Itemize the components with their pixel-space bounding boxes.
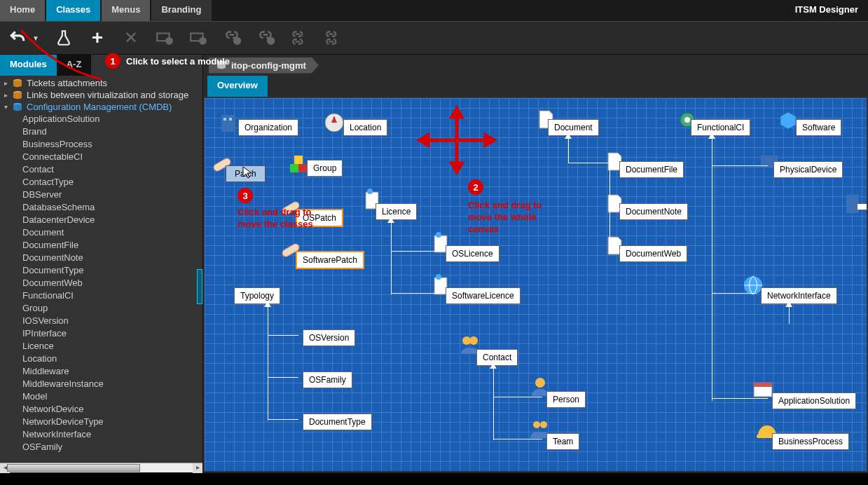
class-networkdevice[interactable]: NetworkDevice: [4, 403, 202, 416]
class-documentnote[interactable]: DocumentNote: [4, 252, 202, 264]
svg-point-35: [535, 378, 545, 388]
node-document[interactable]: Document: [548, 119, 599, 136]
hint-badge-1: 1: [105, 53, 120, 69]
node-typology[interactable]: Typology: [234, 287, 280, 304]
rect-remove-icon: ×: [189, 29, 207, 47]
node-contact[interactable]: Contact: [476, 349, 518, 366]
node-documenttype[interactable]: DocumentType: [303, 414, 372, 430]
class-contact[interactable]: Contact: [4, 163, 202, 176]
node-location[interactable]: Location: [343, 119, 387, 136]
class-ipinterface[interactable]: IPInterface: [4, 327, 202, 340]
dropdown-caret-icon[interactable]: ▼: [32, 34, 39, 42]
node-softwarepatch[interactable]: SoftwarePatch: [296, 251, 364, 269]
sidebar-resize-handle[interactable]: [197, 269, 202, 304]
side-tab-az[interactable]: A-Z: [57, 55, 92, 76]
node-applicationsolution[interactable]: ApplicationSolution: [772, 392, 856, 409]
class-osfamily[interactable]: OSFamily: [4, 441, 202, 453]
sidebar-tree[interactable]: ▸Tickets attachments ▸Links between virt…: [0, 76, 202, 463]
tab-branding[interactable]: Branding: [151, 0, 211, 21]
class-contacttype[interactable]: ContactType: [4, 176, 202, 189]
add-icon[interactable]: +: [88, 29, 106, 47]
hint-3: 3 Click and drag to move the classes: [237, 188, 322, 230]
node-documentnote[interactable]: DocumentNote: [619, 203, 688, 220]
class-databaseschema[interactable]: DatabaseSchema: [4, 201, 202, 214]
sidebar: Modules A-Z ▸Tickets attachments ▸Links …: [0, 55, 203, 472]
close-icon: ✕: [122, 29, 140, 47]
hint-text-1: Click to select a module: [126, 56, 230, 67]
class-functionalci[interactable]: FunctionalCI: [4, 289, 202, 302]
node-group[interactable]: Group: [307, 160, 343, 177]
sidebar-hscrollbar[interactable]: ◂▸: [0, 463, 202, 472]
node-licence[interactable]: Licence: [376, 203, 417, 220]
svg-rect-20: [294, 156, 303, 164]
hint-2: 2 Click and drag to move the whole canva…: [468, 179, 559, 235]
node-businessprocess[interactable]: BusinessProcess: [772, 433, 849, 450]
canvas[interactable]: Organization Location Document Functiona…: [203, 97, 868, 472]
class-networkdevicetype[interactable]: NetworkDeviceType: [4, 416, 202, 428]
node-person[interactable]: Person: [546, 391, 586, 408]
class-brand[interactable]: Brand: [4, 125, 202, 138]
node-documentfile[interactable]: DocumentFile: [619, 161, 684, 178]
svg-point-7: [268, 38, 274, 44]
module-links-virt-storage[interactable]: ▸Links between virtualization and storag…: [4, 89, 202, 101]
toolbar: ▼ + ✕ + ×: [0, 21, 868, 55]
svg-rect-19: [298, 164, 307, 172]
class-networkinterface[interactable]: NetworkInterface: [4, 428, 202, 441]
compass-icon: [322, 111, 346, 135]
class-middlewareinstance[interactable]: MiddlewareInstance: [4, 378, 202, 390]
class-group[interactable]: Group: [4, 302, 202, 315]
rect-add-icon: +: [156, 29, 174, 47]
svg-point-36: [533, 421, 540, 428]
class-document[interactable]: Document: [4, 226, 202, 239]
class-applicationsolution[interactable]: ApplicationSolution: [4, 113, 202, 125]
class-middleware[interactable]: Middleware: [4, 365, 202, 378]
svg-point-34: [469, 336, 478, 345]
node-partial[interactable]: [857, 203, 868, 210]
class-documentweb[interactable]: DocumentWeb: [4, 277, 202, 289]
class-businessprocess[interactable]: BusinessProcess: [4, 138, 202, 151]
svg-point-37: [540, 421, 547, 428]
links-remove-icon: [324, 29, 342, 47]
svg-text:+: +: [167, 39, 171, 45]
node-networkinterface[interactable]: NetworkInterface: [761, 287, 837, 304]
class-dbserver[interactable]: DBServer: [4, 189, 202, 201]
class-licence[interactable]: Licence: [4, 340, 202, 353]
module-cmdb[interactable]: ▾Configuration Management (CMDB): [4, 101, 202, 113]
node-organization[interactable]: Organization: [238, 119, 298, 136]
svg-rect-12: [221, 115, 235, 132]
svg-text:×: ×: [201, 39, 204, 45]
module-tickets-attachments[interactable]: ▸Tickets attachments: [4, 77, 202, 89]
tab-home[interactable]: Home: [0, 0, 45, 21]
breadcrumb: itop-config-mgmt: [203, 55, 868, 76]
building-icon: [217, 111, 241, 135]
flask-icon[interactable]: [55, 29, 73, 47]
node-documentweb[interactable]: DocumentWeb: [619, 245, 687, 262]
undo-icon[interactable]: [8, 29, 27, 47]
node-oslicence[interactable]: OSLicence: [446, 245, 500, 262]
class-documenttype[interactable]: DocumentType: [4, 264, 202, 277]
node-osfamily[interactable]: OSFamily: [303, 371, 352, 388]
link-remove-icon: [256, 29, 275, 47]
node-softwarelicence[interactable]: SoftwareLicence: [446, 287, 521, 304]
class-iosversion[interactable]: IOSVersion: [4, 315, 202, 327]
svg-point-27: [436, 232, 441, 238]
class-location[interactable]: Location: [4, 353, 202, 365]
canvas-tab-overview[interactable]: Overview: [207, 76, 268, 97]
svg-point-25: [367, 189, 373, 194]
node-software[interactable]: Software: [796, 119, 841, 136]
side-tab-modules[interactable]: Modules: [0, 55, 57, 76]
tab-menus[interactable]: Menus: [102, 0, 150, 21]
class-model[interactable]: Model: [4, 390, 202, 403]
class-datacenterdevice[interactable]: DatacenterDevice: [4, 214, 202, 226]
node-osversion[interactable]: OSVersion: [303, 329, 355, 346]
svg-point-6: [234, 38, 240, 44]
tab-classes[interactable]: Classes: [46, 0, 100, 21]
node-team[interactable]: Team: [546, 433, 579, 450]
class-documentfile[interactable]: DocumentFile: [4, 239, 202, 252]
class-connectableci[interactable]: ConnectableCI: [4, 151, 202, 163]
node-physicaldevice[interactable]: PhysicalDevice: [773, 161, 843, 178]
node-functionalci[interactable]: FunctionalCI: [691, 119, 750, 136]
link-add-icon: [223, 29, 241, 47]
svg-rect-13: [223, 118, 226, 121]
links-add-icon: [290, 29, 308, 47]
